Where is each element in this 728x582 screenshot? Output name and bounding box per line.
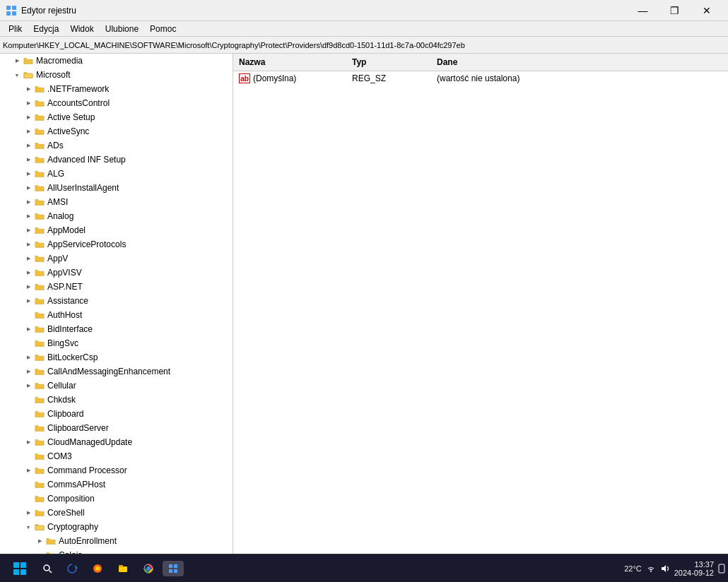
taskbar-chrome[interactable] — [137, 560, 160, 577]
expand-btn-assistance[interactable] — [23, 295, 34, 307]
tree-label-appvisv: AppVISV — [47, 268, 82, 278]
tree-item-coreshell[interactable]: CoreShell — [0, 506, 233, 520]
tree-label-chkdsk: Chkdsk — [47, 395, 76, 405]
tree-item-callandmessagingenhancement[interactable]: CallAndMessagingEnhancement — [0, 364, 233, 379]
expand-btn-amsi[interactable] — [23, 196, 34, 208]
tree-item-chkdsk[interactable]: Chkdsk — [0, 393, 233, 407]
menu-pomoc[interactable]: Pomoc — [144, 23, 182, 35]
tree-item-amsi[interactable]: AMSI — [0, 195, 233, 209]
expand-btn-asp-net[interactable] — [23, 281, 34, 292]
tree-item-appmodel[interactable]: AppModel — [0, 223, 233, 237]
tree-item-bidinterface[interactable]: BidInterface — [0, 322, 233, 336]
menu-edycja[interactable]: Edycja — [28, 23, 64, 35]
expand-btn-autoenrollment[interactable] — [34, 535, 45, 547]
menu-ulubione[interactable]: Ulubione — [100, 23, 144, 35]
start-button[interactable] — [3, 556, 37, 581]
expand-btn-activesync[interactable] — [23, 126, 34, 137]
clock-time: 13:37 — [674, 560, 714, 569]
tree-item-appv[interactable]: AppV — [0, 251, 233, 266]
svg-rect-9 — [13, 562, 19, 568]
folder-icon-ads — [34, 140, 45, 151]
expand-btn-macromedia[interactable] — [11, 55, 23, 66]
svg-rect-11 — [13, 569, 19, 575]
taskbar-edge[interactable] — [61, 560, 83, 577]
show-desktop-icon[interactable] — [718, 564, 725, 574]
folder-icon-accountscontrol — [34, 97, 45, 109]
tree-item-calais[interactable]: Calais — [0, 548, 233, 554]
expand-btn-analog[interactable] — [23, 210, 34, 222]
col-type[interactable]: Typ — [346, 56, 431, 69]
tree-item-assistance[interactable]: Assistance — [0, 294, 233, 308]
tree-item-bitlockercsp[interactable]: BitLockerCsp — [0, 350, 233, 364]
taskbar-firefox[interactable] — [86, 560, 109, 577]
tree-item-advanced-inf-setup[interactable]: Advanced INF Setup — [0, 153, 233, 167]
tree-item-autoenrollment[interactable]: AutoEnrollment — [0, 534, 233, 548]
tree-item-asp-net[interactable]: ASP.NET — [0, 280, 233, 294]
tree-item-cellular[interactable]: Cellular — [0, 379, 233, 393]
expand-btn-appv[interactable] — [23, 253, 34, 264]
tree-item-macromedia[interactable]: Macromedia — [0, 54, 233, 68]
folder-icon-cloudmanagedupdate — [34, 436, 45, 448]
tree-label-macromedia: Macromedia — [36, 56, 83, 66]
tree-label-appv: AppV — [47, 254, 68, 263]
tree-item-clipboard[interactable]: Clipboard — [0, 407, 233, 421]
folder-icon-appmodel — [34, 225, 45, 236]
expand-btn-coreshell[interactable] — [23, 507, 34, 518]
expand-btn-netframework[interactable] — [23, 83, 34, 95]
expand-btn-bitlockercsp[interactable] — [23, 352, 34, 363]
tree-item-activesync[interactable]: ActiveSync — [0, 124, 233, 138]
expand-btn-microsoft[interactable] — [11, 69, 23, 81]
tree-label-accountscontrol: AccountsControl — [47, 98, 110, 108]
expand-btn-ads[interactable] — [23, 140, 34, 151]
tree-item-ads[interactable]: ADs — [0, 138, 233, 153]
col-name[interactable]: Nazwa — [233, 56, 346, 69]
tree-item-clipboardserver[interactable]: ClipboardServer — [0, 421, 233, 435]
expand-btn-advanced-inf-setup[interactable] — [23, 154, 34, 165]
expand-btn-cloudmanagedupdate[interactable] — [23, 436, 34, 448]
svg-rect-4 — [24, 73, 33, 78]
expand-btn-callandmessagingenhancement[interactable] — [23, 366, 34, 377]
taskbar-registry[interactable] — [163, 561, 184, 576]
expand-btn-active-setup[interactable] — [23, 112, 34, 123]
close-button[interactable]: ✕ — [691, 0, 722, 21]
tree-item-appserviceprotocols[interactable]: AppServiceProtocols — [0, 237, 233, 251]
tree-item-appvisv[interactable]: AppVISV — [0, 266, 233, 280]
expand-btn-cellular[interactable] — [23, 380, 34, 391]
expand-btn-appserviceprotocols[interactable] — [23, 239, 34, 250]
tree-item-alg[interactable]: ALG — [0, 167, 233, 181]
tree-item-active-setup[interactable]: Active Setup — [0, 110, 233, 124]
expand-btn-appmodel[interactable] — [23, 225, 34, 236]
tree-item-alluserinstallagent[interactable]: AllUserInstallAgent — [0, 181, 233, 195]
tree-item-accountscontrol[interactable]: AccountsControl — [0, 96, 233, 110]
expand-btn-accountscontrol[interactable] — [23, 97, 34, 109]
svg-rect-1 — [12, 6, 16, 10]
col-data[interactable]: Dane — [431, 56, 728, 69]
expand-btn-bidinterface[interactable] — [23, 323, 34, 335]
expand-btn-appvisv[interactable] — [23, 267, 34, 278]
expand-btn-alluserinstallagent[interactable] — [23, 182, 34, 194]
maximize-button[interactable]: ❐ — [659, 0, 691, 21]
tree-item-authhost[interactable]: AuthHost — [0, 308, 233, 322]
menu-widok[interactable]: Widok — [64, 23, 99, 35]
tree-item-com3[interactable]: COM3 — [0, 449, 233, 463]
tree-item-cryptography[interactable]: Cryptography — [0, 520, 233, 534]
expand-btn-alg[interactable] — [23, 168, 34, 179]
minimize-button[interactable]: — — [627, 0, 659, 21]
taskbar-search[interactable] — [37, 561, 58, 576]
tree-item-command-processor[interactable]: Command Processor — [0, 463, 233, 477]
tree-item-commsaphost[interactable]: CommsAPHost — [0, 477, 233, 492]
folder-icon-autoenrollment — [45, 535, 57, 547]
tree-item-cloudmanagedupdate[interactable]: CloudManagedUpdate — [0, 435, 233, 449]
tree-item-microsoft[interactable]: Microsoft — [0, 68, 233, 82]
tree-item-netframework[interactable]: .NETFramework — [0, 82, 233, 96]
expand-btn-command-processor[interactable] — [23, 465, 34, 476]
tree-item-bingsvc[interactable]: BingSvc — [0, 336, 233, 350]
tree-item-composition[interactable]: Composition — [0, 492, 233, 506]
menu-plik[interactable]: Plik — [3, 23, 28, 35]
svg-rect-25 — [719, 564, 724, 573]
detail-row[interactable]: ab (Domyślna) REG_SZ (wartość nie ustalo… — [233, 71, 728, 85]
app-icon — [6, 5, 17, 16]
expand-btn-cryptography[interactable] — [23, 521, 34, 533]
tree-item-analog[interactable]: Analog — [0, 209, 233, 223]
taskbar-explorer[interactable] — [112, 560, 134, 577]
